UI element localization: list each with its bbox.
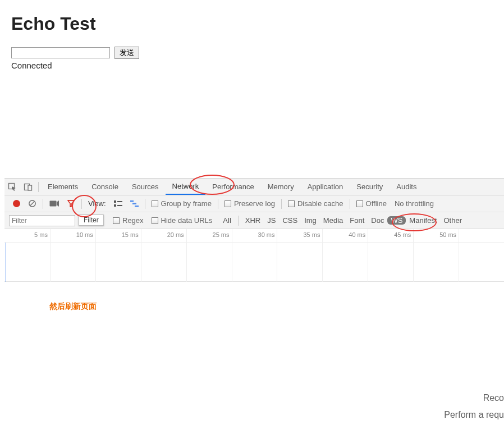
throttling-select[interactable]: No throttling	[391, 195, 438, 212]
filter-tooltip: Filter	[79, 214, 104, 226]
tick-label: 35 ms	[303, 231, 322, 238]
svg-rect-6	[114, 200, 116, 203]
type-all[interactable]: All	[219, 216, 234, 225]
tick-label: 20 ms	[167, 231, 186, 238]
svg-rect-8	[114, 204, 116, 207]
hide-data-urls-label: Hide data URLs	[161, 216, 213, 225]
svg-rect-12	[135, 206, 139, 207]
cutoff-text-2: Perform a requ	[444, 410, 504, 420]
type-media[interactable]: Media	[320, 216, 346, 225]
clear-button[interactable]	[24, 195, 40, 212]
timeline-cursor	[6, 243, 6, 282]
send-button[interactable]: 发送	[114, 47, 139, 59]
type-manifest[interactable]: Manifest	[406, 216, 440, 225]
preserve-log-checkbox[interactable]: Preserve log	[221, 195, 279, 212]
page-content: Echo Test 发送 Connected	[0, 0, 504, 70]
type-ws[interactable]: WS	[387, 216, 406, 225]
tab-audits[interactable]: Audits	[390, 179, 423, 195]
screenshot-button[interactable]	[45, 195, 63, 212]
divider	[145, 199, 145, 209]
offline-checkbox[interactable]: Offline	[352, 195, 391, 212]
type-js[interactable]: JS	[264, 216, 279, 225]
svg-rect-11	[132, 203, 136, 204]
filter-toggle-button[interactable]	[63, 195, 79, 212]
tick-label: 15 ms	[122, 231, 141, 238]
tab-console[interactable]: Console	[85, 179, 125, 195]
devtools-tabbar: Elements Console Sources Network Perform…	[4, 178, 504, 195]
tick-label: 40 ms	[349, 231, 368, 238]
filter-input[interactable]	[9, 215, 75, 226]
large-rows-icon[interactable]	[110, 195, 126, 212]
tab-network[interactable]: Network	[166, 179, 206, 195]
divider	[81, 199, 82, 209]
message-input[interactable]	[11, 47, 110, 58]
tab-application[interactable]: Application	[301, 179, 350, 195]
network-toolbar: View: Group by frame Preserve log Disabl…	[4, 195, 504, 212]
divider	[43, 199, 43, 209]
type-doc[interactable]: Doc	[368, 216, 387, 225]
svg-rect-10	[130, 200, 134, 202]
disable-cache-checkbox[interactable]: Disable cache	[284, 195, 347, 212]
tick-label: 45 ms	[394, 231, 413, 238]
tick-label: 50 ms	[439, 231, 459, 238]
view-label: View:	[84, 195, 110, 212]
divider	[281, 199, 282, 209]
device-toggle-icon[interactable]	[20, 182, 36, 191]
timeline-body	[4, 243, 504, 282]
group-by-frame-label: Group by frame	[161, 199, 212, 208]
tab-performance[interactable]: Performance	[205, 179, 260, 195]
status-text: Connected	[11, 61, 493, 70]
svg-rect-5	[50, 201, 57, 207]
divider	[350, 199, 350, 209]
regex-label: Regex	[122, 216, 144, 225]
svg-rect-9	[117, 205, 122, 206]
disable-cache-label: Disable cache	[297, 199, 343, 208]
type-other[interactable]: Other	[441, 216, 466, 225]
timeline[interactable]: 5 ms 10 ms 15 ms 20 ms 25 ms 30 ms 35 ms…	[4, 229, 504, 282]
svg-rect-7	[117, 201, 122, 202]
type-font[interactable]: Font	[346, 216, 368, 225]
cutoff-text-1: Reco	[483, 393, 504, 403]
type-img[interactable]: Img	[301, 216, 320, 225]
type-css[interactable]: CSS	[279, 216, 301, 225]
divider	[218, 199, 218, 209]
divider	[238, 216, 239, 226]
offline-label: Offline	[366, 199, 387, 208]
type-xhr[interactable]: XHR	[242, 216, 264, 225]
tab-memory[interactable]: Memory	[261, 179, 301, 195]
preserve-log-label: Preserve log	[234, 199, 275, 208]
tick-label: 25 ms	[213, 231, 232, 238]
tab-sources[interactable]: Sources	[125, 179, 166, 195]
regex-checkbox[interactable]: Regex	[109, 212, 148, 229]
page-title: Echo Test	[11, 13, 493, 34]
hide-data-urls-checkbox[interactable]: Hide data URLs	[148, 212, 217, 229]
tab-elements[interactable]: Elements	[41, 179, 85, 195]
tick-label: 30 ms	[258, 231, 277, 238]
tab-security[interactable]: Security	[350, 179, 390, 195]
tab-strip: Elements Console Sources Network Perform…	[41, 179, 423, 195]
svg-line-4	[30, 202, 35, 206]
annotation-text: 然后刷新页面	[49, 302, 97, 312]
timeline-header: 5 ms 10 ms 15 ms 20 ms 25 ms 30 ms 35 ms…	[4, 229, 504, 243]
tick-label: 5 ms	[34, 231, 50, 238]
svg-rect-2	[28, 185, 32, 190]
filter-bar: Filter Regex Hide data URLs All XHR JS C…	[4, 212, 504, 229]
record-button[interactable]	[9, 195, 24, 212]
inspect-icon[interactable]	[4, 182, 20, 191]
divider	[38, 182, 39, 192]
waterfall-icon[interactable]	[126, 195, 143, 212]
input-row: 发送	[11, 47, 493, 59]
devtools-panel: Elements Console Sources Network Perform…	[4, 178, 504, 282]
tick-label: 10 ms	[76, 231, 95, 238]
group-by-frame-checkbox[interactable]: Group by frame	[148, 195, 216, 212]
